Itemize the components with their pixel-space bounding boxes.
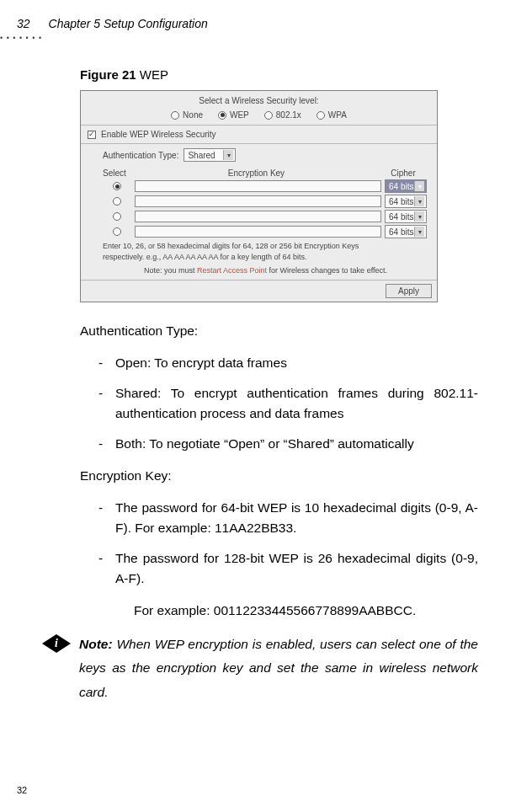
- svg-text:i: i: [55, 637, 58, 649]
- list-item: -The password for 128-bit WEP is 26 hexa…: [80, 548, 478, 589]
- key-hint-line1: Enter 10, 26, or 58 hexadecimal digits f…: [103, 240, 428, 251]
- key-hint-line2: respectively. e.g., AA AA AA AA AA for a…: [103, 251, 428, 262]
- enable-wep-label: Enable WEP Wireless Security: [101, 130, 216, 139]
- chevron-down-icon: ▾: [414, 227, 424, 237]
- chevron-down-icon: ▾: [223, 150, 233, 160]
- cipher-select[interactable]: 64 bits▾: [385, 225, 427, 238]
- security-level-label: Select a Wireless Security level:: [81, 91, 437, 109]
- apply-button[interactable]: Apply: [386, 284, 432, 298]
- radio-icon: [264, 111, 273, 120]
- auth-type-heading: Authentication Type:: [80, 321, 478, 341]
- list-item: -Shared: To encrypt authentication frame…: [80, 383, 478, 424]
- page-header: 32 Chapter 5 Setup Configuration: [0, 0, 516, 30]
- key-select-radio[interactable]: [113, 182, 121, 190]
- chevron-down-icon: ▾: [414, 196, 424, 206]
- radio-icon: [218, 111, 226, 120]
- chevron-down-icon: ▾: [414, 211, 424, 222]
- bullet-dash: -: [80, 498, 115, 538]
- radio-wep[interactable]: WEP: [218, 110, 249, 120]
- note-text: Note: When WEP encryption is enabled, us…: [79, 633, 478, 705]
- col-encryption-key: Encryption Key: [135, 168, 378, 178]
- cipher-select[interactable]: 64 bits▾: [385, 210, 427, 223]
- chevron-down-icon: ▾: [414, 181, 424, 191]
- auth-type-label: Authentication Type:: [103, 151, 178, 160]
- radio-wpa[interactable]: WPA: [317, 110, 347, 120]
- key-select-radio[interactable]: [113, 227, 121, 236]
- key-input[interactable]: [135, 195, 381, 207]
- key-input[interactable]: [135, 226, 381, 238]
- note-body: When WEP encryption is enabled, users ca…: [79, 637, 478, 699]
- list-item: -Both: To negotiate “Open” or “Shared” a…: [80, 434, 478, 454]
- bullet-dash: -: [80, 383, 115, 424]
- key-input[interactable]: [135, 211, 381, 222]
- cipher-select[interactable]: 64 bits▾: [385, 195, 427, 208]
- table-header: Select Encryption Key Cipher: [103, 168, 428, 178]
- bullet-dash: -: [80, 548, 115, 589]
- encryption-key-heading: Encryption Key:: [80, 466, 478, 486]
- table-row: 64 bits▾: [103, 195, 428, 208]
- note-label: Note:: [79, 637, 113, 651]
- enable-wep-row: Enable WEP Wireless Security: [81, 126, 437, 144]
- header-page-number: 32: [17, 17, 30, 30]
- key-input[interactable]: [135, 180, 381, 192]
- apply-row: Apply: [81, 280, 437, 302]
- header-chapter-title: Chapter 5 Setup Configuration: [49, 17, 208, 30]
- col-cipher: Cipher: [378, 168, 428, 178]
- figure-title: WEP: [140, 67, 168, 82]
- bullet-dash: -: [80, 434, 115, 454]
- wep-config-panel: Select a Wireless Security level: None W…: [80, 90, 438, 302]
- col-select: Select: [103, 168, 135, 178]
- list-item: -Open: To encrypt data frames: [80, 353, 478, 373]
- body-text: Authentication Type: -Open: To encrypt d…: [80, 321, 478, 621]
- enable-wep-checkbox[interactable]: [88, 131, 96, 139]
- info-triangle-icon: i: [42, 633, 71, 654]
- table-row: 64 bits▾: [103, 210, 428, 223]
- auth-type-value: Shared: [188, 151, 215, 160]
- note-block: i Note: When WEP encryption is enabled, …: [0, 633, 516, 705]
- table-row: 64 bits▾: [103, 179, 428, 193]
- footer-page-number: 32: [17, 785, 27, 795]
- restart-note: Note: you must Restart Access Point for …: [103, 263, 428, 276]
- security-level-options: None WEP 802.1x WPA: [81, 109, 437, 126]
- table-row: 64 bits▾: [103, 225, 428, 238]
- auth-type-list: -Open: To encrypt data frames -Shared: T…: [80, 353, 478, 454]
- header-dotted-rule: • • • • • • •: [0, 34, 516, 42]
- list-item: -The password for 64-bit WEP is 10 hexad…: [80, 498, 478, 538]
- key-select-radio[interactable]: [113, 212, 121, 221]
- cipher-select[interactable]: 64 bits▾: [385, 179, 427, 193]
- auth-type-select[interactable]: Shared ▾: [184, 148, 236, 162]
- figure-label: Figure 21: [80, 67, 136, 82]
- encryption-key-list: -The password for 64-bit WEP is 10 hexad…: [80, 498, 478, 589]
- radio-none[interactable]: None: [171, 110, 203, 120]
- bullet-dash: -: [80, 353, 115, 373]
- radio-icon: [171, 111, 179, 120]
- radio-8021x[interactable]: 802.1x: [264, 110, 301, 120]
- radio-icon: [317, 111, 325, 120]
- restart-link[interactable]: Restart Access Point: [197, 266, 267, 275]
- key-select-radio[interactable]: [113, 197, 121, 206]
- encryption-key-table: Select Encryption Key Cipher 64 bits▾ 64…: [81, 168, 437, 280]
- auth-type-row: Authentication Type: Shared ▾: [81, 144, 437, 168]
- encryption-example: For example: 00112233445566778899AABBCC.: [80, 601, 478, 621]
- figure-caption: Figure 21 WEP: [80, 67, 478, 82]
